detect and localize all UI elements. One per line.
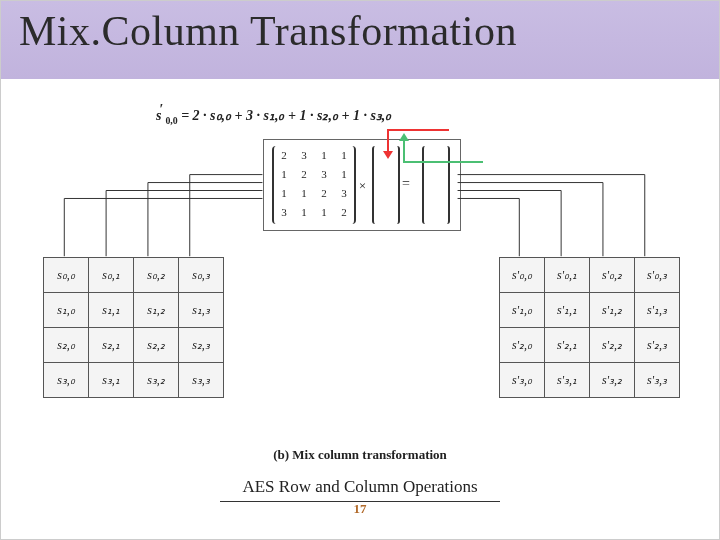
table-row: s₀,₀s₀,₁s₀,₂s₀,₃: [44, 258, 224, 293]
slide: Mix.Column Transformation s′0,0 = 2 · s₀…: [0, 0, 720, 540]
mixcolumn-equation: s′0,0 = 2 · s₀,₀ + 3 · s₁,₀ + 1 · s₂,₀ +…: [156, 107, 391, 126]
table-row: s₁,₀s₁,₁s₁,₂s₁,₃: [44, 293, 224, 328]
mix-matrix-box: 2311 1231 1123 3112 × =: [263, 139, 461, 231]
times-symbol: ×: [358, 178, 367, 194]
figure-sub-caption: (b) Mix column transformation: [1, 447, 719, 463]
equals-symbol: =: [402, 176, 410, 192]
figure-caption: AES Row and Column Operations: [1, 477, 719, 502]
eq-rhs: = 2 · s₀,₀ + 3 · s₁,₀ + 1 · s₂,₀ + 1 · s…: [181, 108, 391, 123]
slide-title: Mix.Column Transformation: [19, 7, 517, 55]
table-row: s'₂,₀s'₂,₁s'₂,₂s'₂,₃: [500, 328, 680, 363]
mix-matrix: 2311 1231 1123 3112: [272, 146, 356, 224]
table-row: s₃,₀s₃,₁s₃,₂s₃,₃: [44, 363, 224, 398]
table-row: s'₀,₀s'₀,₁s'₀,₂s'₀,₃: [500, 258, 680, 293]
table-row: s₂,₀s₂,₁s₂,₂s₂,₃: [44, 328, 224, 363]
state-output-grid: s'₀,₀s'₀,₁s'₀,₂s'₀,₃ s'₁,₀s'₁,₁s'₁,₂s'₁,…: [499, 257, 680, 398]
page-number: 17: [1, 501, 719, 517]
output-column-vector: [422, 146, 450, 224]
state-input-grid: s₀,₀s₀,₁s₀,₂s₀,₃ s₁,₀s₁,₁s₁,₂s₁,₃ s₂,₀s₂…: [43, 257, 224, 398]
diagram-canvas: s′0,0 = 2 · s₀,₀ + 3 · s₁,₀ + 1 · s₂,₀ +…: [1, 79, 719, 539]
table-row: s'₃,₀s'₃,₁s'₃,₂s'₃,₃: [500, 363, 680, 398]
eq-lhs: s′0,0: [156, 108, 178, 123]
table-row: s'₁,₀s'₁,₁s'₁,₂s'₁,₃: [500, 293, 680, 328]
